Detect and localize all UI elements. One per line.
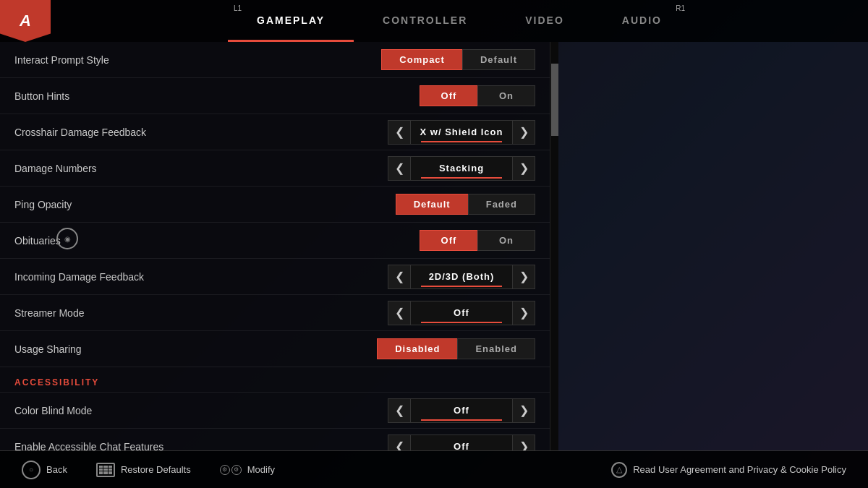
- logo-text: A: [20, 12, 31, 30]
- apex-logo: A: [0, 0, 51, 42]
- modify-button-icon: ⚙ ⚙: [220, 465, 242, 475]
- arrow-left-incoming[interactable]: ❮: [388, 265, 411, 289]
- value-accessible-chat: Off: [411, 435, 512, 451]
- label-interact-prompt-style: Interact Prompt Style: [14, 54, 381, 66]
- control-incoming-damage: ❮ 2D/3D (Both) ❯: [388, 265, 535, 289]
- modify-label: Modify: [247, 464, 275, 475]
- control-button-hints: Off On: [420, 85, 535, 106]
- tab-audio-label: AUDIO: [622, 14, 662, 26]
- control-interact-prompt-style: Compact Default: [381, 49, 535, 70]
- top-navigation: A L1 GAMEPLAY CONTROLLER VIDEO AUDIO R1: [0, 0, 868, 42]
- setting-interact-prompt-style: Interact Prompt Style Compact Default: [0, 42, 550, 78]
- label-ping-opacity: Ping Opacity: [14, 199, 396, 210]
- triangle-icon: △: [611, 462, 627, 478]
- toggle-default[interactable]: Default: [462, 49, 535, 70]
- section-accessibility: ACCESSIBILITY: [0, 367, 550, 393]
- toggle-usage-disabled[interactable]: Disabled: [377, 338, 457, 359]
- arrow-left-crosshair[interactable]: ❮: [388, 120, 411, 145]
- control-crosshair-damage: ❮ X w/ Shield Icon ❯: [388, 120, 535, 145]
- control-damage-numbers: ❮ Stacking ❯: [388, 156, 535, 181]
- toggle-usage-enabled[interactable]: Enabled: [457, 338, 535, 359]
- scrollbar-thumb[interactable]: [551, 64, 558, 136]
- setting-button-hints: Button Hints Off On: [0, 78, 550, 114]
- tab-controller[interactable]: CONTROLLER: [354, 0, 496, 42]
- back-button-icon: ○: [22, 461, 41, 479]
- back-label: Back: [46, 464, 67, 475]
- label-usage-sharing: Usage Sharing: [14, 343, 377, 355]
- setting-ping-opacity: Ping Opacity Default Faded: [0, 187, 550, 223]
- setting-streamer-mode: Streamer Mode ❮ Off ❯: [0, 295, 550, 331]
- arrow-right-streamer[interactable]: ❯: [512, 301, 535, 325]
- scrollbar-track[interactable]: [550, 42, 558, 450]
- privacy-action[interactable]: △ Read User Agreement and Privacy & Cook…: [611, 462, 846, 478]
- back-action[interactable]: ○ Back: [22, 461, 67, 479]
- arrow-right-chat[interactable]: ❯: [512, 435, 535, 451]
- control-streamer-mode: ❮ Off ❯: [388, 301, 535, 325]
- nav-tabs: L1 GAMEPLAY CONTROLLER VIDEO AUDIO R1: [51, 0, 868, 42]
- toggle-ping-default[interactable]: Default: [396, 194, 468, 215]
- arrow-right-colorblind[interactable]: ❯: [512, 398, 535, 423]
- value-crosshair-damage: X w/ Shield Icon: [411, 120, 512, 145]
- label-crosshair-damage: Crosshair Damage Feedback: [14, 127, 388, 138]
- label-damage-numbers: Damage Numbers: [14, 163, 388, 174]
- setting-incoming-damage: Incoming Damage Feedback ❮ 2D/3D (Both) …: [0, 259, 550, 295]
- toggle-compact[interactable]: Compact: [381, 49, 462, 70]
- restore-button-icon: [96, 463, 115, 477]
- control-obituaries: Off On: [420, 230, 535, 251]
- toggle-obituaries-on[interactable]: On: [477, 230, 535, 251]
- setting-accessible-chat: Enable Accessible Chat Features ❮ Off ❯: [0, 429, 550, 450]
- setting-color-blind: Color Blind Mode ❮ Off ❯: [0, 393, 550, 429]
- label-incoming-damage: Incoming Damage Feedback: [14, 271, 388, 283]
- tab-audio[interactable]: AUDIO R1: [593, 0, 691, 42]
- tab-video[interactable]: VIDEO: [496, 0, 593, 42]
- restore-action[interactable]: Restore Defaults: [96, 463, 191, 477]
- bottom-bar: ○ Back Restore Defaults ⚙ ⚙ Modify △ Rea…: [0, 450, 868, 488]
- value-streamer-mode: Off: [411, 301, 512, 325]
- label-button-hints: Button Hints: [14, 90, 420, 102]
- toggle-btn-hints-off[interactable]: Off: [420, 85, 477, 106]
- tab-video-label: VIDEO: [525, 14, 564, 26]
- bumper-r1: R1: [676, 4, 685, 12]
- setting-damage-numbers: Damage Numbers ❮ Stacking ❯: [0, 150, 550, 187]
- control-accessible-chat: ❮ Off ❯: [388, 435, 535, 451]
- arrow-right-damage[interactable]: ❯: [512, 156, 535, 181]
- setting-obituaries: Obituaries Off On: [0, 223, 550, 259]
- label-accessible-chat: Enable Accessible Chat Features: [14, 441, 388, 451]
- content-area: ◉ Interact Prompt Style Compact Default …: [0, 42, 868, 450]
- label-streamer-mode: Streamer Mode: [14, 307, 388, 319]
- bumper-l1: L1: [234, 4, 242, 12]
- control-color-blind: ❮ Off ❯: [388, 398, 535, 423]
- value-damage-numbers: Stacking: [411, 156, 512, 181]
- value-color-blind: Off: [411, 398, 512, 423]
- tab-controller-label: CONTROLLER: [383, 14, 467, 26]
- scroll-indicator: ◉: [56, 228, 78, 249]
- tab-gameplay[interactable]: L1 GAMEPLAY: [228, 0, 354, 42]
- modify-action[interactable]: ⚙ ⚙ Modify: [220, 464, 275, 475]
- control-usage-sharing: Disabled Enabled: [377, 338, 535, 359]
- arrow-left-colorblind[interactable]: ❮: [388, 398, 411, 423]
- setting-usage-sharing: Usage Sharing Disabled Enabled: [0, 331, 550, 367]
- toggle-obituaries-off[interactable]: Off: [420, 230, 477, 251]
- arrow-right-crosshair[interactable]: ❯: [512, 120, 535, 145]
- settings-panel: ◉ Interact Prompt Style Compact Default …: [0, 42, 550, 450]
- control-ping-opacity: Default Faded: [396, 194, 535, 215]
- label-color-blind: Color Blind Mode: [14, 405, 388, 416]
- toggle-ping-faded[interactable]: Faded: [468, 194, 535, 215]
- privacy-label: Read User Agreement and Privacy & Cookie…: [633, 464, 846, 475]
- arrow-left-streamer[interactable]: ❮: [388, 301, 411, 325]
- value-incoming-damage: 2D/3D (Both): [411, 265, 512, 289]
- arrow-left-damage[interactable]: ❮: [388, 156, 411, 181]
- section-accessibility-label: ACCESSIBILITY: [14, 377, 99, 388]
- toggle-btn-hints-on[interactable]: On: [477, 85, 535, 106]
- arrow-right-incoming[interactable]: ❯: [512, 265, 535, 289]
- restore-label: Restore Defaults: [121, 464, 191, 475]
- setting-crosshair-damage: Crosshair Damage Feedback ❮ X w/ Shield …: [0, 114, 550, 150]
- tab-gameplay-label: GAMEPLAY: [257, 14, 325, 26]
- arrow-left-chat[interactable]: ❮: [388, 435, 411, 451]
- right-panel: [558, 42, 868, 450]
